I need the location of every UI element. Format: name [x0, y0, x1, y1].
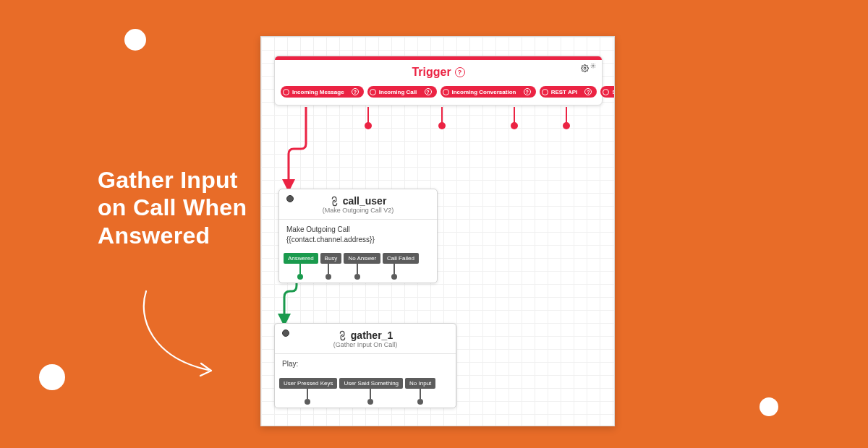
decorative-dot — [124, 29, 146, 51]
incoming-connector[interactable] — [282, 329, 289, 337]
output-answered[interactable]: Answered — [284, 253, 318, 264]
flow-canvas[interactable]: Trigger ? Incoming Message ? Incoming Ca… — [260, 36, 615, 426]
gather-subtitle: (Gather Input On Call) — [281, 341, 450, 352]
page-title: Gather Input on Call When Answered — [98, 166, 257, 249]
gather-body: Play: — [275, 353, 456, 374]
decorative-dot — [39, 364, 65, 390]
gather-outputs: User Pressed Keys User Said Something No… — [275, 374, 456, 389]
help-icon[interactable]: ? — [455, 67, 465, 77]
trigger-anchor[interactable] — [365, 107, 372, 129]
trigger-anchor[interactable] — [563, 107, 570, 129]
trigger-anchor[interactable] — [511, 107, 518, 129]
call-user-body: Make Outgoing Call {{contact.channel.add… — [279, 219, 437, 249]
stage: Gather Input on Call When Answered — [0, 0, 868, 448]
trigger-anchor[interactable] — [438, 107, 446, 129]
trigger-event[interactable]: REST API ? — [540, 86, 597, 98]
trigger-event[interactable]: Incoming Call ? — [367, 86, 437, 98]
gather-widget[interactable]: gather_1 (Gather Input On Call) Play: Us… — [274, 323, 456, 408]
trigger-event[interactable]: Subflow ? — [600, 86, 615, 98]
trigger-event[interactable]: Incoming Message ? — [281, 86, 364, 98]
output-busy[interactable]: Busy — [320, 253, 342, 264]
link-icon — [328, 194, 341, 207]
pointer-arrow — [130, 289, 239, 390]
incoming-connector[interactable] — [286, 195, 294, 202]
trigger-widget[interactable]: Trigger ? Incoming Message ? Incoming Ca… — [274, 56, 603, 105]
call-user-widget[interactable]: call_user (Make Outgoing Call V2) Make O… — [278, 189, 438, 283]
call-user-subtitle: (Make Outgoing Call V2) — [285, 207, 431, 217]
link-icon — [336, 329, 349, 342]
decorative-dot — [760, 397, 778, 416]
output-callfailed[interactable]: Call Failed — [383, 253, 419, 264]
trigger-events-row: Incoming Message ? Incoming Call ? Incom… — [275, 82, 602, 105]
gather-title: gather_1 — [351, 329, 393, 341]
call-user-title: call_user — [343, 195, 387, 207]
settings-icon[interactable] — [581, 64, 596, 72]
svg-point-0 — [584, 67, 586, 69]
svg-point-1 — [592, 65, 594, 66]
call-user-outputs: Answered Busy No Answer Call Failed — [279, 249, 437, 264]
output-no-input[interactable]: No Input — [405, 378, 435, 389]
trigger-title-row: Trigger ? — [275, 60, 602, 82]
output-said-something[interactable]: User Said Something — [339, 378, 403, 389]
trigger-event[interactable]: Incoming Conversation ? — [441, 86, 536, 98]
output-noanswer[interactable]: No Answer — [344, 253, 380, 264]
output-pressed-keys[interactable]: User Pressed Keys — [279, 378, 337, 389]
trigger-title-text: Trigger — [412, 66, 451, 79]
